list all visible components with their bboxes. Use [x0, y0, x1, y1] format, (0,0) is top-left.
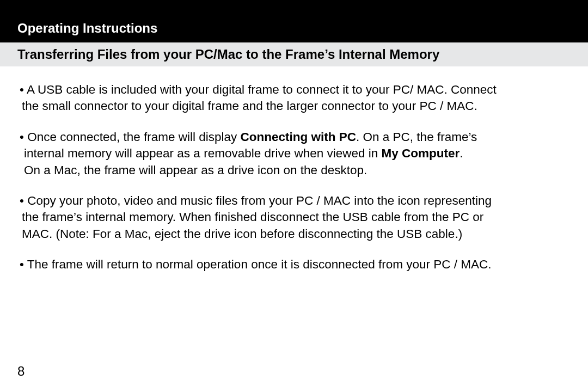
bullet-2-line2-bold: My Computer: [382, 146, 460, 160]
bullet-4-line1: • The frame will return to normal operat…: [27, 256, 571, 273]
header-title: Operating Instructions: [17, 21, 157, 35]
bullet-2: • Once connected, the frame will display…: [17, 129, 571, 179]
bullet-1-line2: the small connector to your digital fram…: [27, 98, 571, 114]
bullet-3: • Copy your photo, video and music files…: [17, 193, 571, 242]
bullet-2-line1: • Once connected, the frame will display…: [27, 129, 571, 145]
bullet-2-line2: internal memory will appear as a removab…: [27, 145, 571, 162]
bullet-2-line1-post: . On a PC, the frame’s: [356, 130, 477, 144]
bullet-3-line1: • Copy your photo, video and music files…: [27, 193, 571, 209]
bullet-2-line2-pre: internal memory will appear as a removab…: [24, 146, 382, 160]
page-number: 8: [17, 364, 24, 379]
subheader-title: Transferring Files from your PC/Mac to t…: [17, 47, 439, 62]
bullet-1-line1: • A USB cable is included with your digi…: [27, 82, 571, 98]
subheader-bar: Transferring Files from your PC/Mac to t…: [0, 42, 588, 66]
header-bar: Operating Instructions: [0, 0, 588, 42]
content-area: • A USB cable is included with your digi…: [0, 66, 588, 273]
bullet-3-line3: MAC. (Note: For a Mac, eject the drive i…: [27, 226, 571, 242]
bullet-1: • A USB cable is included with your digi…: [17, 82, 571, 115]
bullet-2-line1-bold: Connecting with PC: [241, 130, 357, 144]
bullet-2-line1-pre: • Once connected, the frame will display: [20, 130, 241, 144]
bullet-2-line2-post: .: [460, 146, 463, 160]
bullet-3-line2: the frame’s internal memory. When finish…: [27, 209, 571, 225]
bullet-2-line3: On a Mac, the frame will appear as a dri…: [27, 162, 571, 179]
bullet-4: • The frame will return to normal operat…: [17, 256, 571, 273]
